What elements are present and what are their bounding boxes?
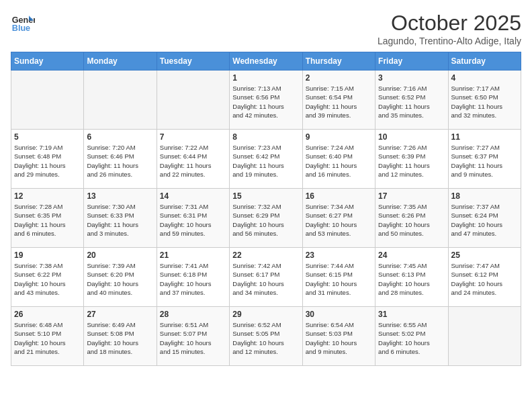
calendar-cell: 13Sunrise: 7:30 AM Sunset: 6:33 PM Dayli… <box>84 189 157 248</box>
day-number: 7 <box>160 132 226 142</box>
day-info: Sunrise: 6:49 AM Sunset: 5:08 PM Dayligh… <box>87 320 153 356</box>
calendar-cell: 6Sunrise: 7:20 AM Sunset: 6:46 PM Daylig… <box>84 130 157 189</box>
calendar-cell: 16Sunrise: 7:34 AM Sunset: 6:27 PM Dayli… <box>302 189 375 248</box>
header-friday: Friday <box>375 52 448 71</box>
calendar-cell: 10Sunrise: 7:26 AM Sunset: 6:39 PM Dayli… <box>375 130 448 189</box>
day-number: 20 <box>87 250 153 260</box>
day-info: Sunrise: 7:31 AM Sunset: 6:31 PM Dayligh… <box>160 202 226 238</box>
calendar-cell: 31Sunrise: 6:55 AM Sunset: 5:02 PM Dayli… <box>375 307 448 366</box>
day-info: Sunrise: 7:16 AM Sunset: 6:52 PM Dayligh… <box>378 84 445 120</box>
location: Lagundo, Trentino-Alto Adige, Italy <box>378 36 521 46</box>
calendar-cell: 7Sunrise: 7:22 AM Sunset: 6:44 PM Daylig… <box>157 130 229 189</box>
calendar-body: 1Sunrise: 7:13 AM Sunset: 6:56 PM Daylig… <box>11 71 521 366</box>
calendar-cell: 11Sunrise: 7:27 AM Sunset: 6:37 PM Dayli… <box>448 130 521 189</box>
calendar-table: SundayMondayTuesdayWednesdayThursdayFrid… <box>11 52 521 366</box>
month-title: October 2025 <box>378 11 521 36</box>
calendar-cell <box>157 71 229 130</box>
calendar-cell: 21Sunrise: 7:41 AM Sunset: 6:18 PM Dayli… <box>157 248 229 307</box>
day-info: Sunrise: 7:34 AM Sunset: 6:27 PM Dayligh… <box>306 202 372 238</box>
day-info: Sunrise: 7:38 AM Sunset: 6:22 PM Dayligh… <box>14 261 81 297</box>
day-number: 13 <box>87 191 153 201</box>
day-number: 8 <box>232 132 299 142</box>
day-number: 29 <box>232 310 299 319</box>
day-number: 2 <box>306 73 372 83</box>
day-info: Sunrise: 7:41 AM Sunset: 6:18 PM Dayligh… <box>160 261 226 297</box>
day-info: Sunrise: 7:30 AM Sunset: 6:33 PM Dayligh… <box>87 202 153 238</box>
day-number: 12 <box>14 191 81 201</box>
day-number: 1 <box>232 73 299 83</box>
day-number: 27 <box>87 310 153 319</box>
page-header: General Blue October 2025 Lagundo, Trent… <box>11 11 521 46</box>
calendar-cell <box>11 71 84 130</box>
day-info: Sunrise: 7:44 AM Sunset: 6:15 PM Dayligh… <box>306 261 372 297</box>
calendar-cell: 18Sunrise: 7:37 AM Sunset: 6:24 PM Dayli… <box>448 189 521 248</box>
day-info: Sunrise: 7:22 AM Sunset: 6:44 PM Dayligh… <box>160 143 226 179</box>
header-tuesday: Tuesday <box>157 52 229 71</box>
day-number: 26 <box>14 310 81 319</box>
calendar-header-row: SundayMondayTuesdayWednesdayThursdayFrid… <box>11 52 521 71</box>
calendar-cell: 1Sunrise: 7:13 AM Sunset: 6:56 PM Daylig… <box>230 71 302 130</box>
header-wednesday: Wednesday <box>230 52 302 71</box>
calendar-week-5: 26Sunrise: 6:48 AM Sunset: 5:10 PM Dayli… <box>11 307 521 366</box>
calendar-cell: 26Sunrise: 6:48 AM Sunset: 5:10 PM Dayli… <box>11 307 84 366</box>
day-info: Sunrise: 7:23 AM Sunset: 6:42 PM Dayligh… <box>232 143 299 179</box>
calendar-cell: 12Sunrise: 7:28 AM Sunset: 6:35 PM Dayli… <box>11 189 84 248</box>
day-number: 25 <box>451 250 518 260</box>
calendar-cell: 14Sunrise: 7:31 AM Sunset: 6:31 PM Dayli… <box>157 189 229 248</box>
header-thursday: Thursday <box>302 52 375 71</box>
day-number: 19 <box>14 250 81 260</box>
day-info: Sunrise: 7:20 AM Sunset: 6:46 PM Dayligh… <box>87 143 153 179</box>
day-info: Sunrise: 7:37 AM Sunset: 6:24 PM Dayligh… <box>451 202 518 238</box>
day-number: 28 <box>160 310 226 319</box>
calendar-week-3: 12Sunrise: 7:28 AM Sunset: 6:35 PM Dayli… <box>11 189 521 248</box>
day-info: Sunrise: 7:35 AM Sunset: 6:26 PM Dayligh… <box>378 202 445 238</box>
day-info: Sunrise: 7:13 AM Sunset: 6:56 PM Dayligh… <box>232 84 299 120</box>
day-number: 10 <box>378 132 445 142</box>
day-info: Sunrise: 7:26 AM Sunset: 6:39 PM Dayligh… <box>378 143 445 179</box>
header-monday: Monday <box>84 52 157 71</box>
calendar-cell: 8Sunrise: 7:23 AM Sunset: 6:42 PM Daylig… <box>230 130 302 189</box>
day-info: Sunrise: 7:45 AM Sunset: 6:13 PM Dayligh… <box>378 261 445 297</box>
day-info: Sunrise: 7:32 AM Sunset: 6:29 PM Dayligh… <box>232 202 299 238</box>
day-number: 22 <box>232 250 299 260</box>
day-info: Sunrise: 7:15 AM Sunset: 6:54 PM Dayligh… <box>306 84 372 120</box>
day-info: Sunrise: 7:42 AM Sunset: 6:17 PM Dayligh… <box>232 261 299 297</box>
day-number: 11 <box>451 132 518 142</box>
day-info: Sunrise: 6:48 AM Sunset: 5:10 PM Dayligh… <box>14 320 81 356</box>
calendar-cell: 2Sunrise: 7:15 AM Sunset: 6:54 PM Daylig… <box>302 71 375 130</box>
calendar-cell: 19Sunrise: 7:38 AM Sunset: 6:22 PM Dayli… <box>11 248 84 307</box>
calendar-cell: 24Sunrise: 7:45 AM Sunset: 6:13 PM Dayli… <box>375 248 448 307</box>
day-info: Sunrise: 7:28 AM Sunset: 6:35 PM Dayligh… <box>14 202 81 238</box>
calendar-cell: 15Sunrise: 7:32 AM Sunset: 6:29 PM Dayli… <box>230 189 302 248</box>
day-number: 18 <box>451 191 518 201</box>
calendar-cell: 17Sunrise: 7:35 AM Sunset: 6:26 PM Dayli… <box>375 189 448 248</box>
logo-icon: General Blue <box>11 11 35 35</box>
day-number: 15 <box>232 191 299 201</box>
day-info: Sunrise: 6:51 AM Sunset: 5:07 PM Dayligh… <box>160 320 226 356</box>
day-number: 14 <box>160 191 226 201</box>
calendar-cell: 9Sunrise: 7:24 AM Sunset: 6:40 PM Daylig… <box>302 130 375 189</box>
logo: General Blue <box>11 11 35 35</box>
calendar-cell <box>84 71 157 130</box>
calendar-week-2: 5Sunrise: 7:19 AM Sunset: 6:48 PM Daylig… <box>11 130 521 189</box>
day-info: Sunrise: 7:27 AM Sunset: 6:37 PM Dayligh… <box>451 143 518 179</box>
calendar-cell: 27Sunrise: 6:49 AM Sunset: 5:08 PM Dayli… <box>84 307 157 366</box>
header-sunday: Sunday <box>11 52 84 71</box>
day-info: Sunrise: 7:19 AM Sunset: 6:48 PM Dayligh… <box>14 143 81 179</box>
calendar-cell <box>448 307 521 366</box>
day-info: Sunrise: 7:17 AM Sunset: 6:50 PM Dayligh… <box>451 84 518 120</box>
calendar-cell: 5Sunrise: 7:19 AM Sunset: 6:48 PM Daylig… <box>11 130 84 189</box>
day-number: 17 <box>378 191 445 201</box>
header-saturday: Saturday <box>448 52 521 71</box>
calendar-cell: 29Sunrise: 6:52 AM Sunset: 5:05 PM Dayli… <box>230 307 302 366</box>
day-number: 24 <box>378 250 445 260</box>
day-number: 6 <box>87 132 153 142</box>
day-number: 31 <box>378 310 445 319</box>
title-block: October 2025 Lagundo, Trentino-Alto Adig… <box>378 11 521 46</box>
day-number: 23 <box>306 250 372 260</box>
day-number: 16 <box>306 191 372 201</box>
day-info: Sunrise: 6:54 AM Sunset: 5:03 PM Dayligh… <box>306 320 372 356</box>
day-info: Sunrise: 6:52 AM Sunset: 5:05 PM Dayligh… <box>232 320 299 356</box>
svg-text:Blue: Blue <box>12 24 30 33</box>
calendar-cell: 22Sunrise: 7:42 AM Sunset: 6:17 PM Dayli… <box>230 248 302 307</box>
